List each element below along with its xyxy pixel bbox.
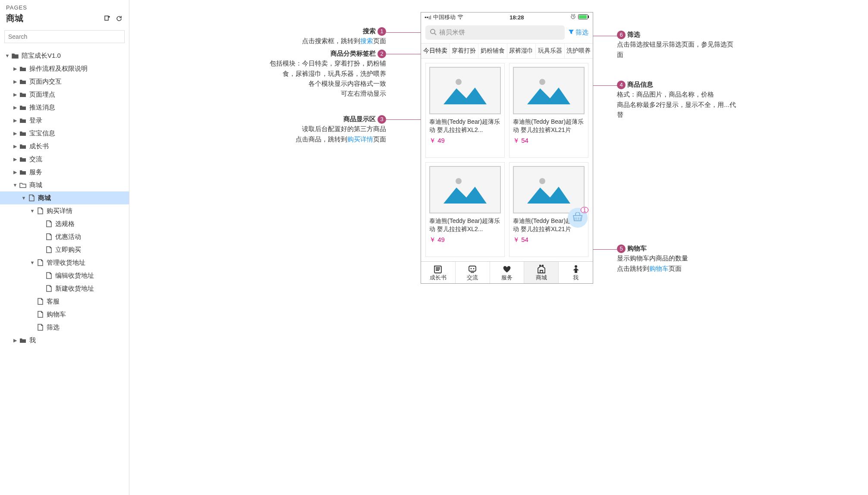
annotation-5: 5 购物车 显示购物车内商品的数量 点击跳转到购物车页面 [617,243,729,273]
tree-item[interactable]: ▶操作流程及权限说明 [0,62,129,75]
folder-icon [19,337,27,343]
tab-bar-item[interactable]: 商城 [524,262,559,283]
tree-item[interactable]: 编辑收货地址 [0,269,129,282]
product-name: 泰迪熊(Teddy Bear)超薄乐动 婴儿拉拉裤XL2... [429,217,501,233]
badge-icon: 5 [617,244,626,253]
wifi-icon [457,14,463,21]
page-icon [45,246,53,253]
svg-point-7 [539,79,545,85]
refresh-icon[interactable] [115,15,123,22]
tree-item[interactable]: 新建收货地址 [0,282,129,295]
tree-item[interactable]: ▼购买详情 [0,204,129,217]
badge-icon: 6 [617,31,626,39]
basket-icon [572,212,583,223]
category-tab[interactable]: 穿着打扮 [450,44,479,58]
folder-icon [19,117,27,123]
tree-item[interactable]: ▶服务 [0,166,129,179]
image-placeholder-icon [513,166,585,213]
pages-label: PAGES [6,4,123,11]
folder-icon [19,169,27,175]
tab-bar-item[interactable]: 我 [559,262,593,283]
svg-point-0 [460,19,461,19]
category-tab[interactable]: 玩具乐器 [536,44,565,58]
tab-bar-item[interactable]: 服务 [490,262,525,283]
tree-root[interactable]: ▼陪宝成长V1.0 [0,49,129,62]
folder-icon [19,78,27,85]
tree-item[interactable]: ▶交流 [0,153,129,166]
page-tree: ▼陪宝成长V1.0 ▶操作流程及权限说明▶页面内交互▶页面埋点▶推送消息▶登录▶… [0,47,129,349]
product-price: ￥ 54 [513,137,585,145]
tree-item-mall-page[interactable]: ▼商城 [0,191,129,204]
product-price: ￥ 49 [429,137,501,145]
export-icon[interactable] [103,15,111,22]
category-tab[interactable]: 今日特卖 [421,44,450,58]
tree-item[interactable]: 筛选 [0,321,129,334]
folder-icon [19,104,27,110]
folder-open-icon [11,53,19,59]
svg-rect-4 [588,16,589,18]
page-icon [45,233,53,240]
search-box[interactable]: 禧贝米饼 [425,25,565,40]
tree-item[interactable]: ▼管理收货地址 [0,256,129,269]
tree-item[interactable]: 客服 [0,295,129,308]
category-tab[interactable]: 尿裤湿巾 [507,44,536,58]
tab-bar: 成长书交流服务商城我 [421,261,593,283]
product-name: 泰迪熊(Teddy Bear)超薄乐动 婴儿拉拉裤XL2... [429,118,501,134]
folder-icon [19,143,27,149]
cart-button[interactable]: 1 [568,208,588,228]
search-icon [430,28,437,37]
svg-rect-10 [469,266,476,271]
link-search[interactable]: 搜索 [360,37,373,44]
folder-icon [19,156,27,162]
badge-icon: 1 [377,27,386,36]
tree-item-mall[interactable]: ▼商城 [0,179,129,191]
tree-item[interactable]: 优惠活动 [0,230,129,243]
image-placeholder-icon [513,67,585,114]
link-cart[interactable]: 购物车 [649,265,669,272]
product-card[interactable]: 泰迪熊(Teddy Bear)超薄乐动 婴儿拉拉裤XL21片￥ 54 [509,63,588,158]
annotation-6: 6 筛选 点击筛选按钮显示筛选页面，参见筛选页面 [617,29,733,60]
link-purchase-detail[interactable]: 购买详情 [347,135,373,143]
signal-icon: ••ıl [425,14,431,21]
search-input[interactable] [4,30,125,43]
tree-item[interactable]: 选规格 [0,217,129,230]
tree-item-me[interactable]: ▶我 [0,334,129,347]
product-price: ￥ 49 [429,236,501,244]
tree-item[interactable]: ▶页面内交互 [0,75,129,88]
product-name: 泰迪熊(Teddy Bear)超薄乐动 婴儿拉拉裤XL21片 [513,118,585,134]
svg-point-8 [456,178,462,184]
category-tab[interactable]: 洗护喂养 [565,44,593,58]
svg-point-6 [456,79,462,85]
product-grid: 泰迪熊(Teddy Bear)超薄乐动 婴儿拉拉裤XL2...￥ 49泰迪熊(T… [421,59,593,261]
tree-item[interactable]: ▶宝宝信息 [0,127,129,140]
badge-icon: 2 [377,50,386,58]
filter-button[interactable]: 筛选 [568,28,588,37]
search-placeholder: 禧贝米饼 [439,28,465,37]
page-icon [45,272,53,279]
product-card[interactable]: 泰迪熊(Teddy Bear)超薄乐动 婴儿拉拉裤XL2...￥ 49 [425,162,505,257]
tree-item[interactable]: ▶登录 [0,114,129,127]
tab-bar-item[interactable]: 成长书 [421,262,456,283]
tab-bar-item[interactable]: 交流 [456,262,490,283]
svg-point-5 [431,29,435,34]
annotation-3: 商品显示区 3 读取后台配置好的第三方商品 点击商品，跳转到购买详情页面 [267,114,386,144]
page-icon [36,298,44,305]
tree-item[interactable]: ▶推送消息 [0,101,129,114]
category-tab[interactable]: 奶粉辅食 [478,44,507,58]
tab-bar-icon [490,264,524,274]
page-icon [45,285,53,292]
folder-icon [19,91,27,97]
annotation-4: 4 商品信息 格式：商品图片，商品名称，价格 商品名称最多2行显示，显示不全，用… [617,79,738,119]
page-icon [28,194,35,201]
product-card[interactable]: 泰迪熊(Teddy Bear)超薄乐动 婴儿拉拉裤XL2...￥ 49 [425,63,505,158]
carrier-label: 中国移动 [433,13,456,21]
battery-icon [578,14,589,21]
tree-item[interactable]: 购物车 [0,308,129,321]
phone-mockup: ••ıl 中国移动 18:28 禧贝米饼 筛选 今日特卖穿着打扮奶粉辅食尿裤湿巾… [421,12,593,284]
tree-item[interactable]: 立即购买 [0,243,129,256]
filter-icon [568,29,574,36]
tree-item[interactable]: ▶成长书 [0,140,129,153]
tree-item[interactable]: ▶页面埋点 [0,88,129,101]
product-price: ￥ 54 [513,236,585,244]
badge-icon: 4 [617,81,626,89]
